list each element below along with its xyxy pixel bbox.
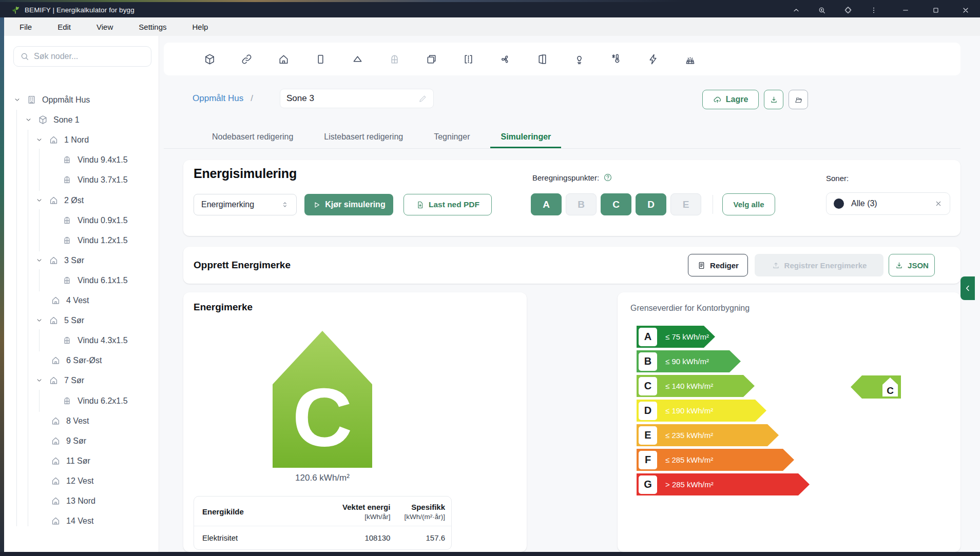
tab-nodebasert-redigering[interactable]: Nodebasert redigering: [202, 127, 303, 148]
calculation-point-e[interactable]: E: [670, 193, 701, 215]
maximize-button[interactable]: [928, 4, 944, 17]
open-folder-button[interactable]: [789, 90, 808, 109]
tab-bar: Nodebasert redigeringListebasert rediger…: [164, 127, 960, 149]
tree-item-7-s-r[interactable]: 7 Sør: [35, 370, 84, 390]
chevron-down-icon[interactable]: [25, 116, 32, 124]
play-icon: [312, 201, 321, 209]
toolbar-roof-icon[interactable]: [352, 53, 363, 65]
tree-item-1-nord[interactable]: 1 Nord: [35, 130, 89, 150]
tree-item-oppm-lt-hus[interactable]: Oppmålt Hus: [13, 90, 90, 110]
tab-listebasert-redigering[interactable]: Listebasert redigering: [314, 127, 413, 148]
toolbar-door-icon[interactable]: [536, 53, 548, 65]
tab-simuleringer[interactable]: Simuleringer: [490, 127, 561, 148]
tree-item-vindu-1-2x1-5[interactable]: Vindu 1.2x1.5: [62, 230, 128, 250]
toolbar-house-icon[interactable]: [278, 53, 290, 65]
zone-name-input[interactable]: [280, 89, 434, 108]
energy-value: 120.6 kWh/m²: [273, 473, 372, 483]
simulation-type-select[interactable]: Energimerking: [194, 194, 297, 215]
toolbar-bolt-icon[interactable]: [647, 53, 659, 65]
tree-item-9-s-r[interactable]: 9 Sør: [51, 431, 86, 451]
toolbar-opening-icon[interactable]: [463, 53, 474, 65]
edit-button[interactable]: Rediger: [688, 254, 748, 276]
tree-item-vindu-6-2x1-5[interactable]: Vindu 6.2x1.5: [62, 391, 128, 411]
house-icon: [49, 375, 59, 385]
toolbar-wall-icon[interactable]: [315, 53, 326, 65]
house-icon: [51, 476, 61, 486]
toolbar-floor-icon[interactable]: [426, 53, 437, 65]
tree-item-vindu-0-9x1-5[interactable]: Vindu 0.9x1.5: [62, 210, 128, 230]
close-button[interactable]: [958, 4, 973, 17]
clear-icon[interactable]: [934, 200, 943, 208]
simulation-title: Energisimulering: [194, 166, 297, 181]
tree-item-vindu-9-4x1-5[interactable]: Vindu 9.4x1.5: [62, 150, 128, 170]
tree-item-12-vest[interactable]: 12 Vest: [51, 471, 93, 491]
download-button[interactable]: [764, 90, 783, 109]
toolbar-bulb-icon[interactable]: [573, 53, 585, 65]
toolbar-link-icon[interactable]: [241, 53, 253, 65]
menu-item-settings[interactable]: Settings: [139, 23, 166, 31]
tree-item-2-st[interactable]: 2 Øst: [35, 190, 84, 210]
kebab-menu-button[interactable]: [866, 4, 881, 17]
chevron-down-icon[interactable]: [35, 256, 43, 264]
extensions-button[interactable]: [840, 4, 856, 17]
tree-item-11-s-r[interactable]: 11 Sør: [51, 451, 90, 471]
menu-item-view[interactable]: View: [97, 23, 113, 31]
calculation-point-a[interactable]: A: [531, 193, 562, 215]
tree-item-4-vest[interactable]: 4 Vest: [51, 290, 89, 310]
save-button[interactable]: Lagre: [702, 90, 759, 109]
run-simulation-button[interactable]: Kjør simulering: [304, 194, 393, 215]
tree-item-5-s-r[interactable]: 5 Sør: [35, 310, 84, 330]
menu-item-help[interactable]: Help: [192, 23, 208, 31]
chevron-down-icon[interactable]: [35, 136, 43, 144]
window-icon: [62, 275, 72, 285]
toolbar-solar-panel-icon[interactable]: [684, 53, 696, 65]
toolbar-thermometer-icon[interactable]: [610, 53, 622, 65]
side-panel-toggle[interactable]: [960, 276, 975, 300]
chevron-down-icon[interactable]: [35, 316, 43, 324]
tree-item-8-vest[interactable]: 8 Vest: [51, 411, 89, 431]
tree-item-sone-1[interactable]: Sone 1: [25, 110, 80, 130]
tree-item-label: Vindu 1.2x1.5: [78, 236, 128, 245]
tree-item-label: 1 Nord: [64, 135, 89, 145]
table-body: Elektrisitet108130157.6: [194, 526, 451, 549]
toolbar-window-icon[interactable]: [389, 53, 400, 65]
chevron-down-icon[interactable]: [35, 196, 43, 204]
download-pdf-button[interactable]: Last ned PDF: [403, 194, 492, 215]
json-export-button[interactable]: JSON: [889, 254, 935, 276]
minimize-button[interactable]: [898, 4, 913, 17]
json-button-label: JSON: [908, 261, 929, 270]
calculation-point-b[interactable]: B: [566, 193, 597, 215]
breadcrumb-parent-link[interactable]: Oppmålt Hus: [193, 93, 243, 104]
tree-item-vindu-4-3x1-5[interactable]: Vindu 4.3x1.5: [62, 330, 128, 350]
app-logo-icon: [11, 6, 20, 14]
tree-item-13-nord[interactable]: 13 Nord: [51, 491, 95, 511]
register-energy-label-button[interactable]: Registrer Energimerke: [755, 254, 883, 276]
search-field[interactable]: [34, 52, 145, 61]
chevron-down-icon[interactable]: [35, 376, 43, 384]
calculation-point-c[interactable]: C: [601, 193, 631, 215]
menu-item-file[interactable]: File: [20, 23, 32, 31]
tree-item-6-s-r-st[interactable]: 6 Sør-Øst: [51, 350, 102, 370]
energy-threshold-label: ≤ 90 kWh/m²: [665, 350, 709, 372]
chevron-up-button[interactable]: [789, 4, 804, 17]
tree-item-3-s-r[interactable]: 3 Sør: [35, 250, 84, 270]
zones-select[interactable]: Alle (3): [826, 192, 950, 215]
help-icon[interactable]: [603, 173, 612, 182]
select-all-button[interactable]: Velg alle: [722, 193, 775, 215]
energy-letter-badge: A: [639, 328, 657, 346]
zone-name-field[interactable]: [286, 93, 418, 104]
menu-bar: FileEditViewSettingsHelp: [4, 17, 980, 36]
search-input[interactable]: [13, 46, 151, 67]
toolbar-cube-icon[interactable]: [204, 53, 216, 65]
tab-tegninger[interactable]: Tegninger: [424, 127, 480, 148]
energy-grade-house: C: [273, 331, 372, 468]
chevron-down-icon[interactable]: [13, 96, 21, 104]
menu-item-edit[interactable]: Edit: [57, 23, 71, 31]
tree-item-label: 3 Sør: [64, 256, 84, 265]
zoom-button[interactable]: [814, 4, 830, 17]
toolbar-fan-icon[interactable]: [499, 53, 511, 65]
tree-item-vindu-6-1x1-5[interactable]: Vindu 6.1x1.5: [62, 270, 128, 290]
tree-item-vindu-3-7x1-5[interactable]: Vindu 3.7x1.5: [62, 170, 128, 190]
calculation-point-d[interactable]: D: [636, 193, 666, 215]
tree-item-14-vest[interactable]: 14 Vest: [51, 511, 93, 531]
